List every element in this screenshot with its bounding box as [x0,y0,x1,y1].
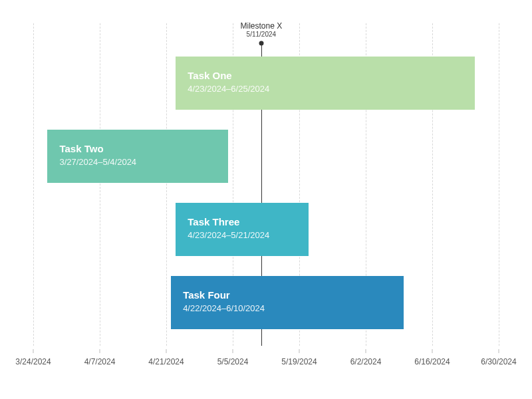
x-axis-tick-label: 3/24/2024 [15,357,51,366]
x-axis-tick-label: 5/19/2024 [281,357,317,366]
task-dates: 4/22/2024–6/10/2024 [183,303,392,313]
task-dates: 3/27/2024–5/4/2024 [59,157,215,167]
plot-area: Milestone X5/11/2024Task One4/23/2024–6/… [33,20,499,346]
x-axis-tick-label: 4/21/2024 [148,357,184,366]
gridline [100,23,100,346]
gridline [166,23,167,346]
task-name: Task Two [59,143,103,154]
tick-mark [499,349,499,353]
task-name: Task Three [188,216,239,227]
milestone-date: 5/11/2024 [240,31,282,38]
tick-mark [33,349,34,353]
tick-mark [233,349,233,353]
x-axis-tick-label: 5/5/2024 [217,357,249,366]
x-axis-tick-label: 6/2/2024 [350,357,382,366]
milestone-marker [259,41,263,46]
tick-mark [100,349,100,353]
task-bar[interactable]: Task One4/23/2024–6/25/2024 [176,57,475,110]
x-axis-tick-label: 6/16/2024 [414,357,450,366]
task-name: Task Four [183,289,230,301]
milestone-label: Milestone X5/11/2024 [240,21,282,38]
task-bar[interactable]: Task Two3/27/2024–5/4/2024 [47,130,227,183]
tick-mark [166,349,167,353]
task-name: Task One [188,70,231,81]
gridline [499,23,499,346]
task-bar[interactable]: Task Three4/23/2024–5/21/2024 [176,203,309,256]
task-dates: 4/23/2024–5/21/2024 [188,230,297,240]
tick-mark [432,349,433,353]
task-bar[interactable]: Task Four4/22/2024–6/10/2024 [171,276,404,329]
task-dates: 4/23/2024–6/25/2024 [188,84,463,94]
x-axis-tick-label: 4/7/2024 [84,357,116,366]
milestone-name: Milestone X [240,21,282,31]
tick-mark [366,349,366,353]
x-axis-tick-label: 6/30/2024 [481,357,516,366]
gantt-chart: Milestone X5/11/2024Task One4/23/2024–6/… [33,20,499,379]
tick-mark [299,349,300,353]
gridline [33,23,34,346]
